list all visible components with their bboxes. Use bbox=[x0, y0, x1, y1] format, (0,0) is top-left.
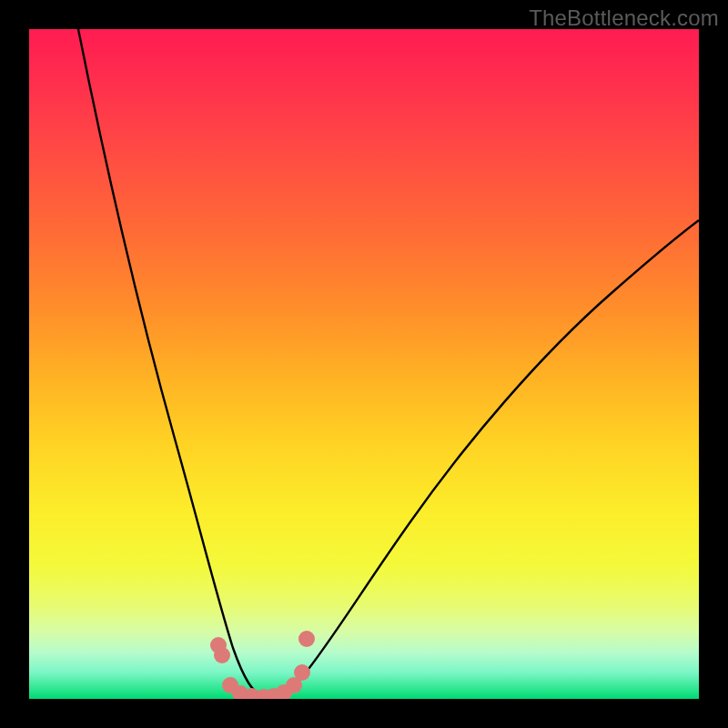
curve-right bbox=[264, 220, 699, 697]
outer-frame: TheBottleneck.com bbox=[0, 0, 728, 728]
marker-dot bbox=[298, 631, 315, 647]
marker-dot bbox=[294, 664, 310, 681]
curve-left bbox=[78, 29, 264, 697]
watermark-text: TheBottleneck.com bbox=[529, 5, 719, 31]
marker-dot bbox=[214, 647, 230, 663]
plot-area bbox=[29, 29, 699, 699]
chart-svg bbox=[29, 29, 699, 699]
